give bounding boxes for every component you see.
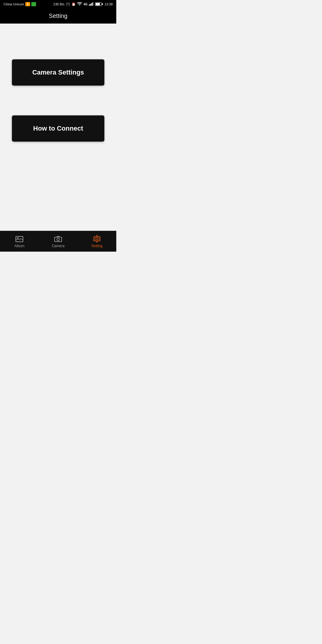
setting-label: Setting [91,244,102,248]
setting-icon [93,235,101,243]
page-header: Setting [0,8,116,24]
nav-item-camera[interactable]: Camera [39,235,78,248]
svg-rect-7 [55,237,62,242]
carrier-text: China Unicom [4,2,24,6]
camera-settings-button[interactable]: Camera Settings [12,59,104,86]
bottom-navigation: Album Camera Setting [0,231,116,252]
green-icon [31,2,36,6]
album-label: Album [14,244,24,248]
mobile-data-icon: 4G [83,3,87,6]
status-right: 230 B/s 📳 ⏰ 4G [53,2,113,6]
camera-label: Camera [52,244,65,248]
svg-rect-2 [91,3,92,6]
status-bar: China Unicom ▶ 230 B/s 📳 ⏰ 4G [0,0,116,8]
page-title: Setting [49,13,67,19]
network-speed: 230 B/s [53,2,64,6]
how-to-connect-button[interactable]: How to Connect [12,115,104,142]
main-content: Camera Settings How to Connect [0,24,116,231]
svg-point-8 [57,238,59,240]
time-display: 13:38 [104,2,113,6]
camera-icon [54,235,62,243]
album-icon [16,235,23,243]
alarm-icon: ⏰ [72,2,76,6]
status-left: China Unicom ▶ [4,2,36,6]
svg-rect-1 [90,4,91,6]
vibrate-icon: 📳 [66,2,70,6]
play-icon: ▶ [25,2,30,6]
signal-icon [89,2,94,6]
nav-item-setting[interactable]: Setting [78,235,116,248]
svg-rect-3 [92,3,93,6]
nav-item-album[interactable]: Album [0,235,39,248]
battery-icon [95,2,103,6]
svg-point-9 [96,238,98,240]
svg-rect-4 [93,2,94,6]
wifi-icon [77,2,82,6]
svg-rect-0 [89,4,90,6]
